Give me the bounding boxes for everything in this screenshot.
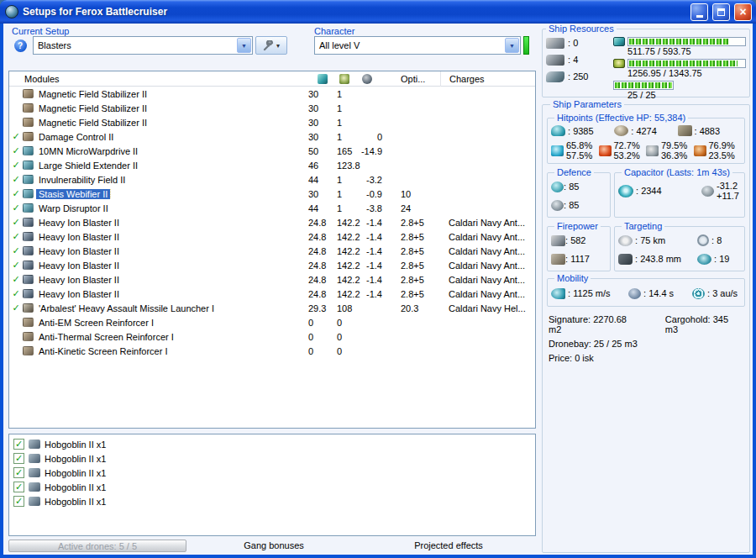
resist-icon [599, 145, 612, 156]
module-icon [23, 261, 34, 270]
setup-select[interactable]: Blasters ▼ [33, 36, 253, 55]
current-setup-label: Current Setup [12, 26, 69, 36]
help-button[interactable]: ? [10, 36, 30, 55]
drone-icon [29, 482, 40, 492]
drone-checkbox[interactable]: ✓ [13, 496, 24, 507]
drone-checkbox[interactable]: ✓ [13, 439, 24, 450]
module-name: Stasis Webifier II [36, 189, 110, 199]
powergrid-column-header [337, 73, 352, 84]
module-row[interactable]: ✓ Invulnerability Field II 44 1 -3.2 [9, 172, 535, 187]
max-targets-value: 8 [711, 235, 722, 245]
capacitor-drain-value: -31.2 [717, 181, 739, 191]
module-row[interactable]: ✓ Stasis Webifier II 30 1 -0.9 10 [9, 187, 535, 201]
module-row[interactable]: ✓ Magnetic Field Stabilizer II 30 1 [9, 87, 535, 101]
calibration-bar-fill [615, 82, 672, 88]
hitpoints-title: Hitpoints (Effective HP: 55,384) [554, 113, 688, 123]
module-optimal-value: 10 [382, 189, 440, 199]
module-cpu-value: 0 [308, 332, 337, 342]
module-cpu-value: 24.8 [308, 275, 337, 285]
max-targets-icon [697, 234, 709, 246]
projected-effects-button[interactable]: Projected effects [361, 539, 536, 553]
setup-tools-button[interactable]: ▾ [255, 36, 287, 55]
module-cpu-value: 24.8 [308, 232, 337, 242]
module-powergrid-value: 1 [337, 132, 352, 142]
wrench-icon [263, 40, 275, 51]
character-controls: All level V ▼ [314, 36, 529, 55]
drone-row[interactable]: ✓ Hobgoblin II x1 [9, 466, 535, 480]
module-name: Anti-Thermal Screen Reinforcer I [36, 332, 176, 342]
module-row[interactable]: ✓ Anti-EM Screen Reinforcer I 0 0 [9, 315, 535, 329]
module-row[interactable]: ✓ Magnetic Field Stabilizer II 30 1 [9, 101, 535, 115]
drone-checkbox[interactable]: ✓ [13, 467, 24, 478]
module-row[interactable]: ✓ 10MN MicroWarpdrive II 50 165 -14.9 [9, 144, 535, 158]
module-row[interactable]: ✓ Heavy Ion Blaster II 24.8 142.2 -1.4 2… [9, 229, 535, 244]
hitpoints-panel: Hitpoints (Effective HP: 55,384) 9385 42… [547, 113, 745, 164]
align-time-icon [628, 288, 641, 299]
module-name-cell: Heavy Ion Blaster II [36, 275, 308, 285]
module-cpu-value: 0 [308, 346, 337, 356]
drone-row[interactable]: ✓ Hobgoblin II x1 [9, 480, 535, 494]
module-charge-value: Caldari Navy Ant... [440, 261, 535, 271]
module-name: Heavy Ion Blaster II [36, 289, 122, 299]
active-check-icon: ✓ [11, 131, 21, 142]
active-check-icon: ✓ [11, 188, 21, 199]
capacitor-amount-value: 2344 [636, 186, 662, 196]
charges-column-header: Charges [440, 71, 535, 87]
module-cpu-value: 24.8 [308, 246, 337, 256]
maximize-button[interactable] [712, 3, 730, 21]
max-velocity-icon [551, 288, 565, 299]
module-powergrid-value: 142.2 [337, 232, 352, 242]
module-powergrid-value: 142.2 [337, 246, 352, 256]
drone-row[interactable]: ✓ Hobgoblin II x1 [9, 451, 535, 466]
module-row[interactable]: ✓ Heavy Ion Blaster II 24.8 142.2 -1.4 2… [9, 215, 535, 229]
targeting-range-value: 75 km [635, 235, 665, 245]
module-powergrid-value: 0 [337, 346, 352, 356]
capacitor-title: Capacitor (Lasts: 1m 43s) [622, 167, 732, 177]
module-powergrid-value: 142.2 [337, 289, 352, 299]
module-name-cell: Anti-Thermal Screen Reinforcer I [36, 332, 308, 342]
drone-row[interactable]: ✓ Hobgoblin II x1 [9, 437, 535, 451]
capacitor-amount-cell: 2344 [618, 185, 662, 197]
passive-defence-icon [551, 200, 564, 211]
module-row[interactable]: ✓ Anti-Kinetic Screen Reinforcer I 0 0 [9, 344, 535, 358]
structure-hp-icon [678, 125, 692, 136]
close-button[interactable]: × [734, 3, 752, 21]
cpu-value: 511.75 / 593.75 [627, 46, 746, 57]
active-drones-button[interactable]: Active drones: 5 / 5 [8, 540, 186, 552]
titlebar[interactable]: Setups for Ferox Battlecruiser × [0, 0, 756, 24]
chevron-down-icon[interactable]: ▼ [505, 38, 519, 53]
module-row[interactable]: ✓ Heavy Ion Blaster II 24.8 142.2 -1.4 2… [9, 244, 535, 258]
character-select[interactable]: All level V ▼ [314, 36, 521, 55]
module-cpu-value: 44 [308, 175, 337, 185]
module-row[interactable]: ✓ Warp Disruptor II 44 1 -3.8 24 [9, 201, 535, 215]
drone-checkbox[interactable]: ✓ [13, 482, 24, 492]
module-row[interactable]: ✓ Heavy Ion Blaster II 24.8 142.2 -1.4 2… [9, 287, 535, 301]
drone-row[interactable]: ✓ Hobgoblin II x1 [9, 494, 535, 508]
armor-hp-value: 4274 [631, 126, 657, 136]
drone-icon [29, 440, 40, 449]
module-row[interactable]: ✓ Magnetic Field Stabilizer II 30 1 [9, 115, 535, 129]
module-name-cell: Large Shield Extender II [36, 161, 308, 171]
armor-hp-cell: 4274 [614, 125, 677, 136]
minimize-button[interactable] [690, 3, 708, 21]
drones-panel: ✓ Hobgoblin II x1 ✓ Hobgoblin II x1 ✓ Ho… [8, 434, 536, 536]
module-row[interactable]: ✓ Anti-Thermal Screen Reinforcer I 0 0 [9, 329, 535, 344]
drone-checkbox[interactable]: ✓ [13, 453, 24, 464]
ship-resources-panel: Ship Resources 0 4 250 511.75 / 593.75 1… [542, 24, 750, 97]
resist-icon [646, 145, 659, 156]
module-charge-value: Caldari Navy Ant... [440, 232, 535, 242]
module-row[interactable]: ✓ Heavy Ion Blaster II 24.8 142.2 -1.4 2… [9, 258, 535, 272]
cpu-bar [627, 37, 746, 46]
hitpoints-row: 9385 4274 4883 [551, 123, 741, 139]
chevron-down-icon[interactable]: ▼ [237, 38, 251, 53]
scan-resolution-value: 243.8 mm [635, 254, 681, 264]
resist-cell: 65.8% 57.5% [551, 140, 599, 161]
shield-resist-value: 72.7% [614, 140, 640, 150]
module-row[interactable]: ✓ 'Arbalest' Heavy Assault Missile Launc… [9, 301, 535, 315]
module-row[interactable]: ✓ Heavy Ion Blaster II 24.8 142.2 -1.4 2… [9, 272, 535, 287]
module-row[interactable]: ✓ Damage Control II 30 1 0 [9, 129, 535, 144]
module-row[interactable]: ✓ Large Shield Extender II 46 123.8 [9, 158, 535, 172]
gang-bonuses-button[interactable]: Gang bonuses [186, 539, 361, 553]
window-body: Current Setup ? Blasters ▼ ▾ Character A… [3, 24, 753, 555]
module-powergrid-value: 1 [337, 89, 352, 99]
